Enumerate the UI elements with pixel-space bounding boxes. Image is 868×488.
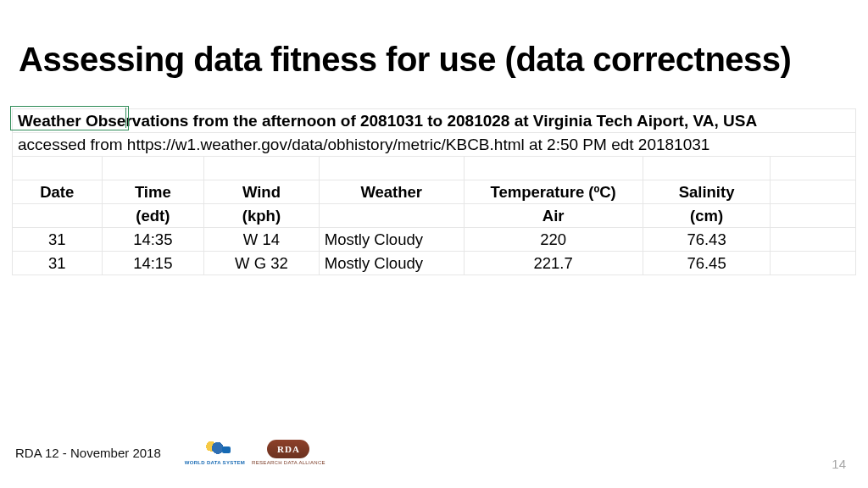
col-temperature: Temperature (ºC) bbox=[464, 180, 643, 204]
col-empty bbox=[771, 180, 856, 204]
table-row: 31 14:15 W G 32 Mostly Cloudy 221.7 76.4… bbox=[13, 252, 856, 275]
cell-wind: W 14 bbox=[204, 228, 320, 252]
cell-weather: Mostly Cloudy bbox=[319, 228, 464, 252]
data-table: Weather Observations from the afternoon … bbox=[12, 108, 856, 275]
spreadsheet-area: Weather Observations from the afternoon … bbox=[12, 108, 856, 275]
headline-row: Weather Observations from the afternoon … bbox=[13, 109, 856, 133]
subline-row: accessed from https://w1.weather.gov/dat… bbox=[13, 133, 856, 157]
wds-logo-label: WORLD DATA SYSTEM bbox=[185, 460, 245, 465]
blank-row-1 bbox=[13, 157, 856, 180]
subheader-row: (edt) (kph) Air (cm) bbox=[13, 204, 856, 228]
footer-text: RDA 12 - November 2018 bbox=[15, 446, 161, 460]
headline-cell: Weather Observations from the afternoon … bbox=[13, 109, 856, 133]
header-row: Date Time Wind Weather Temperature (ºC) … bbox=[13, 180, 856, 204]
slide-title: Assessing data fitness for use (data cor… bbox=[19, 41, 791, 79]
subline-cell: accessed from https://w1.weather.gov/dat… bbox=[13, 133, 856, 157]
page-number: 14 bbox=[832, 457, 846, 471]
sub-temperature: Air bbox=[464, 204, 643, 228]
col-weather: Weather bbox=[319, 180, 464, 204]
rda-logo-label: RESEARCH DATA ALLIANCE bbox=[252, 460, 326, 465]
col-wind: Wind bbox=[204, 180, 320, 204]
sub-time: (edt) bbox=[102, 204, 204, 228]
cell-wind: W G 32 bbox=[204, 252, 320, 275]
rda-logo-mark: RDA bbox=[277, 445, 300, 454]
slide: Assessing data fitness for use (data cor… bbox=[0, 0, 868, 488]
cell-time: 14:15 bbox=[102, 252, 204, 275]
rda-logo-icon: RDA RESEARCH DATA ALLIANCE bbox=[252, 440, 326, 465]
sub-wind: (kph) bbox=[204, 204, 320, 228]
col-salinity: Salinity bbox=[643, 180, 771, 204]
cell-temp: 221.7 bbox=[464, 252, 643, 275]
cell-date: 31 bbox=[13, 252, 103, 275]
sub-salinity: (cm) bbox=[643, 204, 771, 228]
footer: RDA 12 - November 2018 WORLD DATA SYSTEM… bbox=[15, 434, 853, 471]
cell-sal: 76.45 bbox=[643, 252, 771, 275]
cell-time: 14:35 bbox=[102, 228, 204, 252]
cell-temp: 220 bbox=[464, 228, 643, 252]
table-row: 31 14:35 W 14 Mostly Cloudy 220 76.43 bbox=[13, 228, 856, 252]
col-date: Date bbox=[13, 180, 103, 204]
col-time: Time bbox=[102, 180, 204, 204]
cell-sal: 76.43 bbox=[643, 228, 771, 252]
wds-logo-icon: WORLD DATA SYSTEM bbox=[185, 440, 245, 465]
cell-date: 31 bbox=[13, 228, 103, 252]
footer-logos: WORLD DATA SYSTEM RDA RESEARCH DATA ALLI… bbox=[185, 440, 326, 465]
cell-weather: Mostly Cloudy bbox=[319, 252, 464, 275]
